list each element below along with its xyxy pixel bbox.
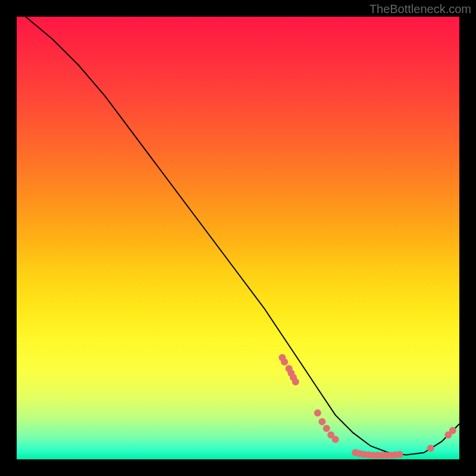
data-marker — [292, 378, 299, 386]
data-marker — [427, 444, 434, 452]
chart-svg — [17, 17, 459, 459]
watermark-text: TheBottleneck.com — [369, 2, 471, 16]
data-marker — [318, 418, 325, 425]
data-marker — [396, 451, 403, 458]
curve-line — [26, 17, 459, 455]
data-marker — [332, 436, 339, 443]
data-marker — [449, 427, 456, 434]
data-marker — [323, 425, 330, 432]
data-marker — [281, 358, 288, 365]
plot-area — [17, 17, 459, 459]
data-marker — [314, 409, 321, 416]
